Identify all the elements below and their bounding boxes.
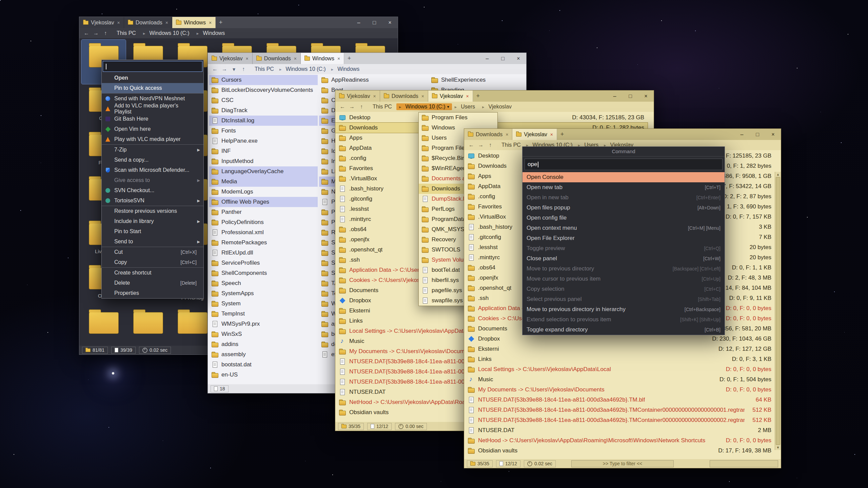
forward-button[interactable]: →	[348, 104, 356, 110]
command-item[interactable]: Select previous panel [Shift+Tab]	[522, 294, 725, 304]
tab-close-icon[interactable]: ×	[165, 20, 168, 25]
back-button[interactable]: ←	[467, 142, 476, 148]
type-to-filter-box[interactable]: >> Type to filter <<	[571, 460, 674, 467]
file-row[interactable]: System	[209, 299, 318, 309]
tab-close-icon[interactable]: ×	[337, 56, 340, 61]
file-row[interactable]: BitLockerDiscoveryVolumeContents	[209, 85, 318, 95]
breadcrumb-item[interactable]: Users	[452, 103, 479, 110]
breadcrumb-item[interactable]: Windows 10 (C:)	[277, 66, 329, 73]
file-row[interactable]: INF	[209, 146, 318, 156]
menu-item[interactable]: TortoiseSVN ▶	[102, 196, 203, 206]
command-item[interactable]: Move cursor to previous item [Ctrl+Up]	[522, 274, 725, 284]
command-item[interactable]: Open config file	[522, 213, 725, 223]
command-item[interactable]: Move to previous directory [Backspace] […	[522, 264, 725, 274]
file-row[interactable]: Dropbox D: 230, F: 1043, 46 GB	[464, 334, 775, 344]
menu-item[interactable]: Send with NordVPN Meshnet	[102, 93, 203, 104]
dropdown-item[interactable]: Program Files	[419, 113, 497, 123]
file-row[interactable]: Local Settings -> C:\Users\Vjekoslav\App…	[464, 364, 775, 374]
folder-grid-item[interactable]	[126, 306, 170, 346]
new-tab-button[interactable]: +	[216, 17, 226, 28]
tab[interactable]: Downloads ×	[253, 53, 301, 64]
close-button[interactable]: ×	[382, 17, 398, 28]
breadcrumb-item[interactable]: Windows 10 (C:)	[140, 30, 194, 37]
forward-button[interactable]: →	[476, 142, 485, 148]
breadcrumb-item[interactable]: Windows	[194, 30, 229, 37]
new-tab-button[interactable]: +	[557, 129, 567, 140]
up-button[interactable]: ↑	[239, 66, 248, 72]
tab-close-icon[interactable]: ×	[550, 132, 553, 137]
tab[interactable]: Downloads ×	[464, 129, 512, 140]
command-item[interactable]: Move to previous directory in hierarchy …	[522, 304, 725, 314]
tab[interactable]: Vjekoslav ×	[512, 129, 557, 140]
tab-close-icon[interactable]: ×	[373, 94, 376, 99]
tab[interactable]: Vjekoslav ×	[208, 53, 253, 64]
command-item[interactable]: Open Console	[522, 172, 725, 182]
tab[interactable]: Downloads ×	[124, 17, 172, 28]
tab-close-icon[interactable]: ×	[466, 94, 469, 99]
menu-item[interactable]: Cut [Ctrl+X]	[102, 247, 203, 257]
menu-item[interactable]: Copy [Ctrl+C]	[102, 257, 203, 267]
tab[interactable]: Vjekoslav ×	[79, 17, 124, 28]
file-row[interactable]: TempInst	[209, 309, 318, 319]
breadcrumb-item[interactable]: Windows	[329, 66, 362, 73]
file-row[interactable]: Links D: 0, F: 3, 1 KB	[464, 354, 775, 364]
menu-item[interactable]: Pin to Start	[102, 226, 203, 237]
up-button[interactable]: ↑	[101, 30, 110, 36]
menu-item[interactable]: SVN Checkout...	[102, 185, 203, 196]
back-button[interactable]: ←	[82, 30, 91, 36]
tab-close-icon[interactable]: ×	[209, 20, 212, 25]
menu-item[interactable]: Send a copy...	[102, 155, 203, 165]
breadcrumb-item[interactable]: This PC	[499, 142, 524, 148]
file-row[interactable]: InputMethod	[209, 156, 318, 166]
file-row[interactable]: NTUSER.DAT{53b39e88-18c4-11ea-a811-000d3…	[464, 415, 775, 425]
file-row[interactable]: Cursors	[209, 75, 318, 85]
forward-button[interactable]: →	[92, 30, 100, 36]
close-button[interactable]: ×	[638, 90, 654, 102]
file-row[interactable]: en-US	[209, 370, 318, 380]
menu-item[interactable]: Delete [Delete]	[102, 278, 203, 288]
command-item[interactable]: Close panel [Ctrl+W]	[522, 253, 725, 264]
menu-item[interactable]: Give access to ▶	[102, 175, 203, 185]
file-row[interactable]: ModemLogs	[209, 187, 318, 197]
forward-button[interactable]: →	[220, 66, 229, 72]
folder-grid-item[interactable]	[81, 306, 126, 346]
file-row[interactable]: bootstat.dat	[209, 360, 318, 370]
tab-close-icon[interactable]: ×	[506, 132, 508, 137]
back-button[interactable]: ←	[338, 104, 347, 110]
menu-item[interactable]: Play with VLC media player	[102, 134, 203, 144]
menu-item[interactable]: Include in library ▶	[102, 216, 203, 226]
file-row[interactable]: ShellExperiences	[429, 75, 526, 85]
breadcrumb-item[interactable]: This PC	[114, 30, 140, 37]
file-row[interactable]: CSC	[209, 95, 318, 105]
file-row[interactable]: Music D: 0, F: 1, 504 bytes	[464, 374, 775, 385]
file-row[interactable]: Obsidian vaults D: 17, F: 149, 38 MB	[464, 446, 775, 456]
back-button[interactable]: ←	[211, 66, 219, 72]
command-item[interactable]: Open context menu [Ctrl+M] [Menu]	[522, 223, 725, 233]
breadcrumb-item[interactable]: Windows 10 (C:) ▾	[396, 103, 452, 110]
file-row[interactable]: SystemApps	[209, 288, 318, 299]
file-row[interactable]: NetHood -> C:\Users\Vjekoslav\AppData\Ro…	[464, 435, 775, 446]
file-row[interactable]: NTUSER.DAT{53b39e88-18c4-11ea-a811-000d3…	[464, 395, 775, 405]
menu-item[interactable]: Git Bash Here	[102, 114, 203, 124]
file-row[interactable]: Panther	[209, 207, 318, 217]
file-row[interactable]: assembly	[209, 349, 318, 360]
menu-item[interactable]: Restore previous versions	[102, 206, 203, 216]
file-row[interactable]: My Documents -> C:\Users\Vjekoslav\Docum…	[464, 385, 775, 395]
maximize-button[interactable]: □	[750, 129, 765, 140]
tab[interactable]: Downloads ×	[380, 90, 428, 102]
tab[interactable]: Windows ×	[301, 53, 344, 64]
file-row[interactable]: NTUSER.DAT 2 MB	[464, 425, 775, 435]
rename-input[interactable]	[103, 61, 202, 72]
breadcrumb-item[interactable]: This PC	[370, 103, 396, 110]
file-row[interactable]: WinSxS	[209, 329, 318, 339]
file-row[interactable]: NTUSER.DAT{53b39e88-18c4-11ea-a811-000d3…	[464, 405, 775, 415]
new-tab-button[interactable]: +	[473, 90, 483, 102]
menu-item[interactable]: Scan with Microsoft Defender...	[102, 165, 203, 175]
up-button[interactable]: ↑	[486, 142, 495, 148]
minimize-button[interactable]: –	[734, 129, 750, 140]
new-tab-button[interactable]: +	[344, 53, 354, 64]
tab-close-icon[interactable]: ×	[245, 56, 248, 61]
menu-item[interactable]: Open	[102, 73, 203, 83]
file-row[interactable]: LanguageOverlayCache	[209, 166, 318, 177]
command-item[interactable]: Open new tab [Ctrl+T]	[522, 182, 725, 192]
